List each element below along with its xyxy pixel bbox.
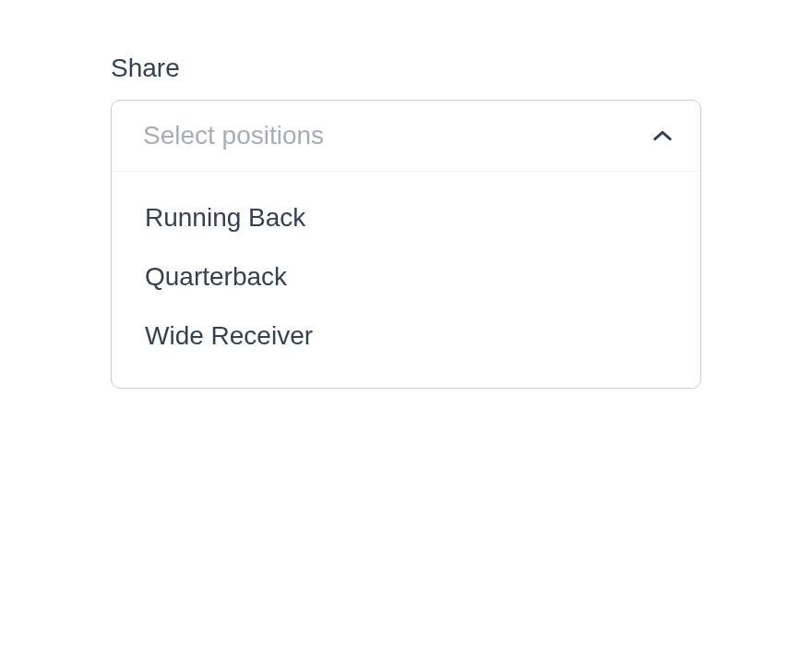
dropdown-options: Running Back Quarterback Wide Receiver bbox=[112, 172, 700, 388]
option-running-back[interactable]: Running Back bbox=[112, 188, 700, 247]
positions-dropdown: Select positions Running Back Quarterbac… bbox=[111, 100, 701, 389]
option-wide-receiver[interactable]: Wide Receiver bbox=[112, 306, 700, 366]
field-label: Share bbox=[111, 54, 701, 83]
option-quarterback[interactable]: Quarterback bbox=[112, 247, 700, 306]
dropdown-toggle[interactable]: Select positions bbox=[112, 101, 700, 172]
dropdown-placeholder: Select positions bbox=[143, 121, 324, 150]
chevron-up-icon bbox=[652, 126, 673, 146]
